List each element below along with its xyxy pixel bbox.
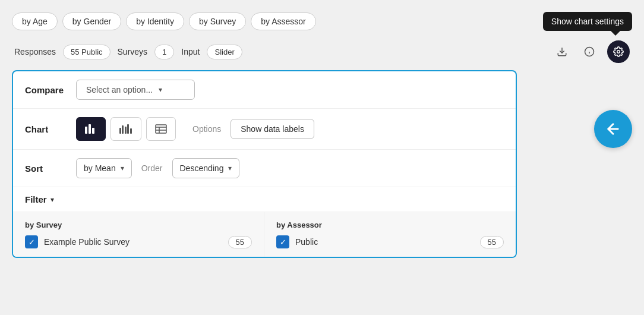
filter-chevron-icon: ▾ [50, 196, 54, 204]
survey-item-label: Example Public Survey [44, 237, 222, 247]
svg-rect-12 [130, 128, 132, 134]
filter-section-assessor: by Assessor ✓ Public 55 [264, 212, 516, 257]
chart-table-button[interactable] [146, 117, 176, 141]
compare-row: Compare Select an option... ▾ [13, 71, 516, 109]
filter-item-survey: ✓ Example Public Survey 55 [25, 235, 252, 248]
assessor-checkbox[interactable]: ✓ [276, 235, 289, 248]
tab-by-gender[interactable]: by Gender [62, 12, 121, 30]
responses-badge: 55 Public [63, 45, 110, 59]
compare-label: Compare [25, 85, 67, 95]
survey-checkbox[interactable]: ✓ [25, 235, 38, 248]
show-data-labels-button[interactable]: Show data labels [231, 119, 314, 139]
sort-chevron-icon: ▾ [121, 164, 124, 172]
content-area: Compare Select an option... ▾ Chart [12, 70, 632, 258]
assessor-item-label: Public [295, 237, 474, 247]
stats-bar: Responses 55 Public Surveys 1 Input Slid… [12, 40, 632, 63]
input-badge: Slider [207, 45, 242, 59]
svg-rect-6 [89, 124, 91, 134]
sort-select[interactable]: by Mean ▾ [76, 158, 132, 178]
show-chart-settings-tooltip: Show chart settings [543, 12, 632, 31]
compare-chevron-icon: ▾ [159, 86, 162, 94]
filter-assessor-title: by Assessor [276, 220, 504, 229]
svg-rect-9 [122, 125, 124, 134]
surveys-badge: 1 [154, 45, 174, 59]
stats-actions [553, 40, 630, 63]
filter-item-assessor: ✓ Public 55 [276, 235, 504, 248]
svg-rect-5 [85, 127, 87, 134]
tab-by-identity[interactable]: by Identity [126, 12, 184, 30]
svg-rect-8 [119, 128, 121, 134]
back-button[interactable] [594, 110, 632, 148]
svg-rect-11 [127, 124, 129, 134]
filter-survey-title: by Survey [25, 220, 252, 229]
svg-rect-13 [156, 125, 166, 133]
tab-by-assessor[interactable]: by Assessor [251, 12, 315, 30]
order-select[interactable]: Descending ▾ [172, 158, 240, 178]
responses-label: Responses [14, 47, 56, 56]
svg-point-4 [617, 51, 620, 53]
options-label: Options [192, 124, 221, 134]
filter-grid: by Survey ✓ Example Public Survey 55 by … [13, 212, 516, 257]
order-label: Order [141, 163, 163, 173]
filter-row[interactable]: Filter ▾ [13, 187, 516, 212]
info-button[interactable] [580, 42, 599, 61]
tab-by-age[interactable]: by Age [12, 12, 58, 30]
input-label: Input [181, 47, 200, 56]
chart-bar-button[interactable] [76, 117, 106, 141]
compare-select-text: Select an option... [86, 85, 153, 94]
sort-row: Sort by Mean ▾ Order Descending ▾ [13, 150, 516, 187]
assessor-item-count: 55 [480, 236, 504, 248]
chart-label: Chart [25, 124, 67, 134]
survey-item-count: 55 [228, 236, 252, 248]
settings-button[interactable] [607, 40, 630, 63]
svg-rect-7 [92, 128, 94, 134]
settings-panel: Compare Select an option... ▾ Chart [12, 70, 517, 258]
tooltip-container: Show chart settings [543, 12, 632, 31]
order-chevron-icon: ▾ [228, 164, 232, 172]
sort-value: by Mean [84, 163, 116, 173]
download-button[interactable] [553, 42, 572, 61]
compare-select[interactable]: Select an option... ▾ [76, 80, 195, 100]
sort-label: Sort [25, 163, 67, 174]
filter-label: Filter [25, 194, 47, 204]
chart-row: Chart [13, 109, 516, 150]
surveys-label: Surveys [118, 47, 148, 56]
order-value: Descending [180, 163, 224, 173]
chart-type-group [76, 117, 176, 141]
tab-by-survey[interactable]: by Survey [189, 12, 246, 30]
svg-rect-10 [125, 127, 127, 134]
filter-section-survey: by Survey ✓ Example Public Survey 55 [13, 212, 264, 257]
chart-grouped-button[interactable] [111, 117, 141, 141]
